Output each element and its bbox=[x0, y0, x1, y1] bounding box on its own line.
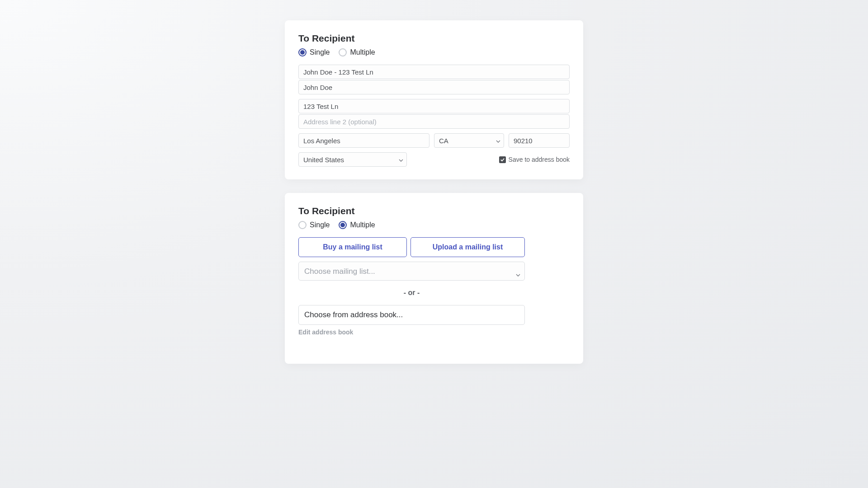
recipient-type-radio-group: Single Multiple bbox=[298, 48, 570, 56]
radio-label: Single bbox=[310, 221, 330, 229]
radio-label: Single bbox=[310, 48, 330, 56]
or-divider-text: - or - bbox=[298, 289, 525, 297]
card-title: To Recipient bbox=[298, 206, 570, 216]
address-book-select[interactable]: Choose from address book... bbox=[298, 305, 525, 325]
radio-label: Multiple bbox=[350, 221, 375, 229]
card-title: To Recipient bbox=[298, 33, 570, 44]
radio-single[interactable]: Single bbox=[298, 48, 330, 56]
checkbox-label: Save to address book bbox=[509, 156, 570, 163]
buy-mailing-list-button[interactable]: Buy a mailing list bbox=[298, 237, 407, 257]
edit-address-book-link[interactable]: Edit address book bbox=[298, 328, 353, 336]
country-select[interactable]: United States bbox=[298, 152, 407, 167]
mailing-list-select[interactable]: Choose mailing list... bbox=[298, 262, 525, 281]
radio-icon bbox=[298, 221, 307, 229]
address-line2-input[interactable] bbox=[298, 114, 570, 129]
upload-mailing-list-button[interactable]: Upload a mailing list bbox=[410, 237, 525, 257]
city-input[interactable] bbox=[298, 133, 429, 148]
recipient-card-single: To Recipient Single Multiple CA bbox=[285, 20, 583, 179]
radio-multiple[interactable]: Multiple bbox=[339, 221, 375, 229]
radio-icon bbox=[298, 48, 307, 56]
state-select[interactable]: CA bbox=[434, 133, 504, 148]
save-to-address-book-checkbox[interactable]: Save to address book bbox=[499, 156, 570, 163]
name-input[interactable] bbox=[298, 80, 570, 94]
address-book-placeholder: Choose from address book... bbox=[304, 310, 403, 319]
radio-icon bbox=[339, 221, 347, 229]
radio-icon bbox=[339, 48, 347, 56]
radio-single[interactable]: Single bbox=[298, 221, 330, 229]
address-line1-input[interactable] bbox=[298, 99, 570, 113]
recipient-type-radio-group: Single Multiple bbox=[298, 221, 570, 229]
checkbox-checked-icon bbox=[499, 156, 506, 163]
recipient-card-multiple: To Recipient Single Multiple Buy a maili… bbox=[285, 193, 583, 364]
radio-multiple[interactable]: Multiple bbox=[339, 48, 375, 56]
zip-input[interactable] bbox=[509, 133, 570, 148]
address-search-input[interactable] bbox=[298, 65, 570, 79]
radio-label: Multiple bbox=[350, 48, 375, 56]
